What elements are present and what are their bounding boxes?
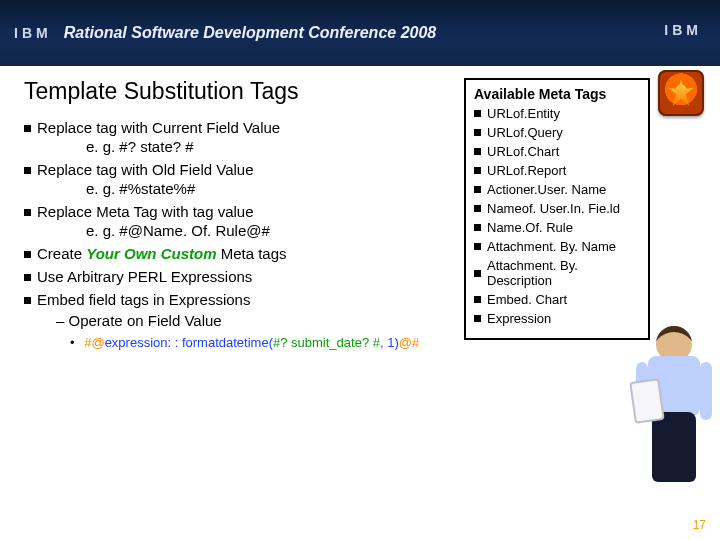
expr-seg-orange: @# — [399, 335, 419, 350]
bullet-sub: e. g. #? state? # — [86, 138, 454, 155]
bullet-square-icon — [24, 274, 31, 281]
conference-title: Rational Software Development Conference… — [64, 24, 437, 42]
bullet-list: Replace tag with Current Field Value e. … — [24, 119, 454, 350]
ibm-logo: IBM — [14, 25, 52, 41]
bullet-item: Replace Meta Tag with tag value — [24, 203, 454, 220]
bullet-square-icon — [474, 315, 481, 322]
sub-bullet: – Operate on Field Value — [56, 312, 454, 329]
meta-item-label: Embed. Chart — [487, 292, 567, 307]
bullet-square-icon — [474, 243, 481, 250]
bullet-text: Replace tag with Current Field Value — [37, 119, 280, 136]
meta-item: Actioner.User. Name — [474, 182, 640, 197]
meta-item: Attachment. By. Description — [474, 258, 640, 288]
bullet-square-icon — [474, 186, 481, 193]
bullet-item: Replace tag with Current Field Value — [24, 119, 454, 136]
meta-item-label: Attachment. By. Name — [487, 239, 616, 254]
emphasis-green: Your Own Custom — [86, 245, 216, 262]
character-illustration — [628, 326, 720, 506]
bullet-square-icon — [474, 110, 481, 117]
expr-seg-orange: #@ — [84, 335, 104, 350]
bullet-square-icon — [474, 224, 481, 231]
bullet-square-icon — [474, 205, 481, 212]
meta-box-title: Available Meta Tags — [474, 86, 640, 102]
header-band: IBM Rational Software Development Confer… — [0, 0, 720, 66]
meta-item-label: URLof.Entity — [487, 106, 560, 121]
bullet-item: Use Arbitrary PERL Expressions — [24, 268, 454, 285]
right-column: Available Meta Tags URLof.Entity URLof.Q… — [464, 78, 702, 350]
bullet-sub: e. g. #%state%# — [86, 180, 454, 197]
slide-title: Template Substitution Tags — [24, 78, 454, 105]
bullet-text: Create Your Own Custom Meta tags — [37, 245, 287, 262]
header-left: IBM Rational Software Development Confer… — [14, 24, 436, 42]
meta-item-label: Actioner.User. Name — [487, 182, 606, 197]
bullet-text: Replace tag with Old Field Value — [37, 161, 254, 178]
bullet-sub: e. g. #@Name. Of. Rule@# — [86, 222, 454, 239]
expr-seg-blue: , 1) — [380, 335, 399, 350]
bullet-square-icon — [24, 125, 31, 132]
page-number: 17 — [693, 518, 706, 532]
meta-item: URLof.Report — [474, 163, 640, 178]
meta-item-label: Expression — [487, 311, 551, 326]
expr-seg-blue: expression: : formatdatetime( — [105, 335, 273, 350]
burst-icon — [658, 70, 704, 116]
bullet-item: Embed field tags in Expressions — [24, 291, 454, 308]
meta-item: Name.Of. Rule — [474, 220, 640, 235]
bullet-square-icon — [24, 297, 31, 304]
content-area: Template Substitution Tags Replace tag w… — [0, 66, 720, 350]
meta-tags-box: Available Meta Tags URLof.Entity URLof.Q… — [464, 78, 650, 340]
dot-icon: • — [70, 335, 75, 350]
meta-item: URLof.Chart — [474, 144, 640, 159]
meta-item: Expression — [474, 311, 640, 326]
meta-item-label: URLof.Query — [487, 125, 563, 140]
meta-item: Nameof. User.In. Fie.ld — [474, 201, 640, 216]
bullet-text: Use Arbitrary PERL Expressions — [37, 268, 252, 285]
bullet-item: Create Your Own Custom Meta tags — [24, 245, 454, 262]
meta-item: Attachment. By. Name — [474, 239, 640, 254]
meta-item-label: URLof.Report — [487, 163, 566, 178]
expr-seg-green: #? submit_date? # — [273, 335, 380, 350]
bullet-square-icon — [474, 129, 481, 136]
bullet-square-icon — [24, 251, 31, 258]
bullet-square-icon — [474, 270, 481, 277]
meta-item-label: Name.Of. Rule — [487, 220, 573, 235]
bullet-square-icon — [24, 209, 31, 216]
bullet-square-icon — [474, 296, 481, 303]
ibm-logo-right: IBM — [664, 22, 702, 38]
bullet-square-icon — [474, 148, 481, 155]
expr-example: • #@expression: : formatdatetime(#? subm… — [70, 335, 454, 350]
meta-item-label: URLof.Chart — [487, 144, 559, 159]
bullet-square-icon — [474, 167, 481, 174]
bullet-square-icon — [24, 167, 31, 174]
meta-item-label: Nameof. User.In. Fie.ld — [487, 201, 620, 216]
meta-item: URLof.Entity — [474, 106, 640, 121]
bullet-text: Replace Meta Tag with tag value — [37, 203, 254, 220]
bullet-text: Embed field tags in Expressions — [37, 291, 250, 308]
meta-item-label: Attachment. By. Description — [487, 258, 640, 288]
meta-item: URLof.Query — [474, 125, 640, 140]
text-segment: Meta tags — [216, 245, 286, 262]
text-segment: Create — [37, 245, 86, 262]
meta-item: Embed. Chart — [474, 292, 640, 307]
left-column: Template Substitution Tags Replace tag w… — [24, 78, 454, 350]
bullet-item: Replace tag with Old Field Value — [24, 161, 454, 178]
